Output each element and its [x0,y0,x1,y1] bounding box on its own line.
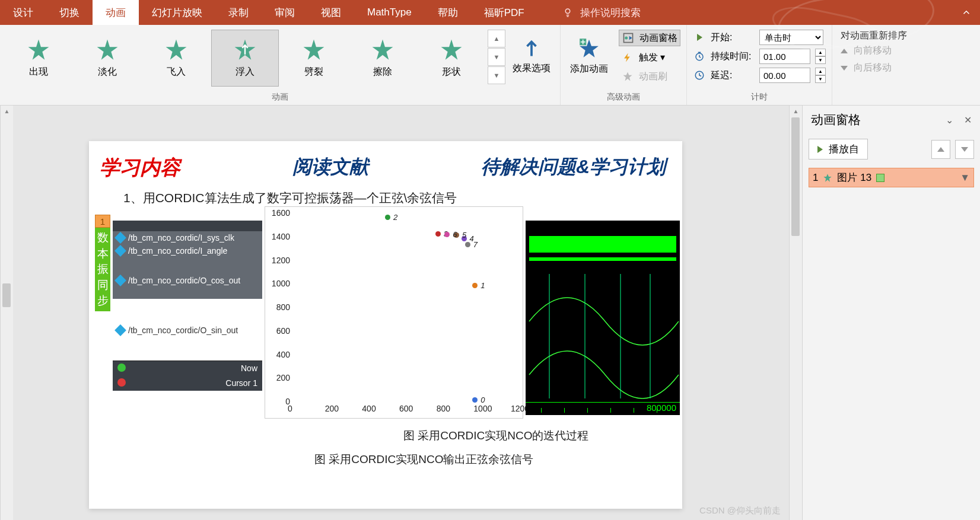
svg-marker-6 [373,39,393,59]
tab-transition[interactable]: 切换 [46,0,93,25]
dur-down[interactable]: ▼ [815,56,826,64]
animation-pane-toggle[interactable]: 动画窗格 [619,30,680,46]
trigger-icon [621,51,634,64]
svg-marker-5 [304,39,324,59]
tab-help[interactable]: 帮助 [425,0,471,25]
anim-label: 形状 [442,66,461,78]
gallery-more[interactable]: ▼ [488,66,505,84]
signal-row: /tb_cm_nco_cordic/O_cos_out [113,274,262,287]
move-later-label: 向后移动 [854,62,892,74]
vertical-label: 数本振同步 [95,228,110,311]
tab-design[interactable]: 设计 [0,0,46,25]
left-scrollbar[interactable]: ▲ [0,106,13,520]
play-from-button[interactable]: 播放自 [809,139,868,159]
diamond-icon [114,232,126,244]
delay-input[interactable]: 00.00 [759,68,810,83]
item-label: 图片 13 [837,171,871,184]
animation-list-item[interactable]: 1 图片 13 ▼ [809,168,974,187]
anim-label: 劈裂 [304,66,323,78]
signal-row: /tb_cm_nco_cordic/O_sin_out [113,324,262,337]
gallery-down[interactable]: ▼ [488,48,505,66]
animation-pane-label: 动画窗格 [639,32,677,44]
move-up-button[interactable] [931,140,950,159]
anim-floatin[interactable]: 浮入 [211,30,279,87]
duration-input[interactable]: 01.00 [759,49,810,64]
heading-1: 学习内容 [100,154,180,181]
ribbon-decoration [654,0,953,25]
heading-3: 待解决问题&学习计划 [481,154,666,181]
section-timing-label: 计时 [689,91,829,104]
anim-flyin[interactable]: 飞入 [142,30,210,87]
tab-mathtype[interactable]: MathType [354,0,425,25]
slide-header: 学习内容 阅读文献 待解决问题&学习计划 [89,141,682,186]
svg-marker-19 [824,174,832,181]
animation-tag[interactable]: 1 [95,215,110,228]
effect-options-label: 效果选项 [513,62,551,75]
svg-point-0 [565,9,570,14]
tell-me-search[interactable]: 操作说明搜索 [548,0,654,25]
slide[interactable]: 学习内容 阅读文献 待解决问题&学习计划 1、用CORDIC算法生成了数字可控振… [89,141,682,509]
animation-painter-button: 动画刷 [619,69,680,84]
delay-up[interactable]: ▲ [815,68,826,75]
down-icon [841,66,848,71]
effect-options-button[interactable]: 效果选项 [505,27,558,84]
anim-appear[interactable]: 出现 [5,30,72,87]
anim-label: 飞入 [167,66,186,78]
gallery-scroll: ▲ ▼ ▼ [488,30,505,84]
anim-wipe[interactable]: 擦除 [349,30,416,87]
caption-2: 图 采用CORDIC实现NCO输出正弦余弦信号 [314,452,533,467]
move-down-button[interactable] [955,140,974,159]
wave-footer: Now [113,361,262,376]
signal-list-panel: /tb_cm_nco_cordic/I_sys_clk /tb_cm_nco_c… [113,221,262,391]
start-label: 开始: [711,31,755,44]
chart-point: 1 [481,281,485,290]
pane-close-icon[interactable]: ✕ [964,114,972,126]
tab-foxit[interactable]: 福昕PDF [471,0,537,25]
tab-animation[interactable]: 动画 [93,0,139,25]
signal-row: /tb_cm_nco_cordic/I_sys_clk [113,231,262,244]
item-dropdown-icon[interactable]: ▼ [960,172,970,184]
tell-me-label: 操作说明搜索 [580,6,641,20]
ribbon-tabs: 设计 切换 动画 幻灯片放映 录制 审阅 视图 MathType 帮助 福昕PD… [0,0,980,25]
anim-label: 擦除 [373,66,392,78]
delay-label: 延迟: [711,69,755,82]
add-animation-button[interactable]: 添加动画 [563,27,615,84]
start-icon [693,31,706,44]
svg-marker-2 [97,39,118,59]
section-animation-label: 动画 [2,91,558,104]
image-zone: 1 数本振同步 /tb_cm_nco_cordic/I_sys_clk /tb_… [89,215,682,470]
animation-gallery: 出现 淡化 飞入 浮入 劈裂 擦除 形状 [2,27,488,89]
tab-review[interactable]: 审阅 [262,0,308,25]
sine-wave-icon [526,221,680,415]
tab-slideshow[interactable]: 幻灯片放映 [139,0,215,25]
pane-collapse-icon[interactable]: ⌄ [946,114,953,126]
waveform-panel: 800000 [526,221,680,415]
chart-point: 5 [462,231,466,240]
svg-marker-1 [28,39,49,59]
gallery-up[interactable]: ▲ [488,30,505,47]
tab-record[interactable]: 录制 [215,0,262,25]
anim-split[interactable]: 劈裂 [280,30,348,87]
anim-label: 出现 [29,66,48,78]
pane-title: 动画窗格 [811,111,861,128]
chart-point: 2 [393,213,397,222]
slide-scrollbar[interactable]: ▲ [789,106,802,520]
slide-canvas[interactable]: 学习内容 阅读文献 待解决问题&学习计划 1、用CORDIC算法生成了数字可控振… [13,106,789,520]
chart-point: 6 [453,230,457,239]
duration-icon [693,50,706,63]
delay-icon [693,69,706,82]
wf-value: 800000 [647,403,676,413]
collapse-ribbon-icon[interactable] [953,0,980,25]
caption-1: 图 采用CORDIC实现NCO的迭代过程 [403,428,588,444]
animation-pane: 动画窗格 ⌄✕ 播放自 1 图片 13 ▼ [802,106,980,520]
svg-marker-12 [623,72,632,81]
delay-down[interactable]: ▼ [815,75,826,83]
section-reorder-label [835,101,913,104]
trigger-label: 触发 ▾ [639,52,665,64]
anim-fade[interactable]: 淡化 [74,30,141,87]
trigger-button[interactable]: 触发 ▾ [619,50,680,65]
painter-label: 动画刷 [639,71,667,83]
anim-shape[interactable]: 形状 [418,30,485,87]
pane-icon [622,31,635,44]
tab-view[interactable]: 视图 [308,0,354,25]
